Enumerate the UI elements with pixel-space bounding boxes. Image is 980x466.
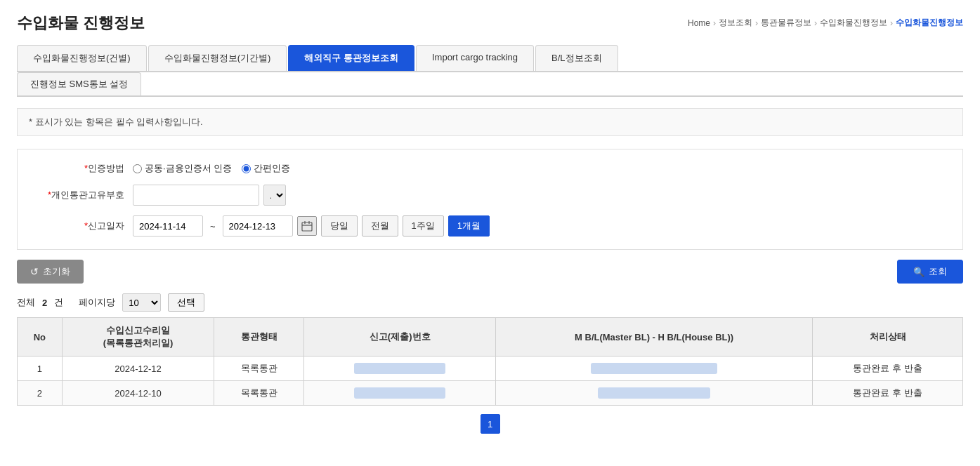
tab-import-cargo-tracking[interactable]: Import cargo tracking — [416, 45, 534, 71]
cell-declaration — [304, 381, 496, 406]
auth-radio-cert[interactable] — [133, 164, 142, 173]
col-type: 통관형태 — [214, 318, 304, 357]
quick-one-month-button[interactable]: 1개월 — [448, 215, 490, 237]
breadcrumb-current: 수입화물진행정보 — [896, 17, 963, 29]
total-unit: 건 — [54, 296, 63, 309]
personal-no-input[interactable] — [133, 185, 259, 206]
col-status: 처리상태 — [813, 318, 963, 357]
date-from-input[interactable] — [133, 215, 203, 237]
quick-prev-month-button[interactable]: 전월 — [362, 215, 398, 237]
cell-bl — [496, 381, 813, 406]
declaration-masked — [354, 387, 445, 399]
cell-type: 목록통관 — [214, 381, 304, 406]
bl-masked — [591, 363, 717, 374]
breadcrumb-import: 수입화물진행정보 — [820, 17, 887, 29]
calendar-icon — [301, 220, 313, 232]
auth-method-row: *인증방법 공동·금융인증서 인증 간편인증 — [34, 162, 946, 175]
page-header: 수입화물 진행정보 Home › 정보조회 › 통관물류정보 › 수입화물진행정… — [17, 13, 963, 34]
quick-today-button[interactable]: 당일 — [321, 215, 358, 237]
table-row: 2 2024-12-10 목록통관 통관완료 후 반출 — [18, 381, 963, 406]
cell-bl — [496, 357, 813, 381]
bl-masked — [598, 387, 710, 399]
reset-button[interactable]: ↺ 초기화 — [17, 260, 84, 284]
search-button[interactable]: 🔍 조회 — [897, 260, 963, 284]
info-notice: * 표시가 있는 항목은 필수 입력사항입니다. — [17, 108, 963, 136]
date-row: *신고일자 ~ 당일 전월 1주일 1개월 — [34, 215, 946, 237]
calendar-icon-button[interactable] — [297, 216, 317, 236]
auth-option-cert[interactable]: 공동·금융인증서 인증 — [133, 162, 232, 175]
table-row: 1 2024-12-12 목록통관 통관완료 후 반출 — [18, 357, 963, 381]
auth-radio-group: 공동·금융인증서 인증 간편인증 — [133, 162, 290, 175]
svg-rect-0 — [302, 222, 312, 231]
cell-status: 통관완료 후 반출 — [813, 381, 963, 406]
col-bl: M B/L(Master BL) - H B/L(House BL)) — [496, 318, 813, 357]
page-title: 수입화물 진행정보 — [17, 13, 145, 34]
tab-item-by-period[interactable]: 수입화물진행정보(기간별) — [148, 45, 287, 71]
cell-declaration — [304, 357, 496, 381]
auth-option-simple[interactable]: 간편인증 — [242, 162, 290, 175]
quick-one-week-button[interactable]: 1주일 — [403, 215, 444, 237]
date-label: *신고일자 — [34, 220, 133, 232]
personal-no-select[interactable]: . — [263, 185, 286, 206]
action-row: ↺ 초기화 🔍 조회 — [17, 260, 963, 284]
breadcrumb-customs: 통관물류정보 — [761, 17, 811, 29]
cell-status: 통관완료 후 반출 — [813, 357, 963, 381]
breadcrumb-info: 정보조회 — [719, 17, 752, 29]
table-body: 1 2024-12-12 목록통관 통관완료 후 반출 2 2024-12-10… — [18, 357, 963, 406]
results-info: 전체 2 건 페이지당 10 20 50 선택 — [17, 293, 963, 312]
total-count: 2 — [42, 298, 47, 308]
breadcrumb-home: Home — [688, 18, 710, 28]
tabs-row2: 진행정보 SMS통보 설정 — [17, 72, 963, 97]
col-declaration: 신고(제출)번호 — [304, 318, 496, 357]
personal-no-label: *개인통관고유부호 — [34, 189, 133, 201]
breadcrumb: Home › 정보조회 › 통관물류정보 › 수입화물진행정보 › 수입화물진행… — [688, 17, 963, 29]
col-date: 수입신고수리일(목록통관처리일) — [62, 318, 214, 357]
tabs-row1: 수입화물진행정보(건별) 수입화물진행정보(기간별) 해외직구 통관정보조회 I… — [17, 45, 963, 72]
cell-no: 2 — [18, 381, 63, 406]
personal-no-row: *개인통관고유부호 . — [34, 185, 946, 206]
col-no: No — [18, 318, 63, 357]
declaration-masked — [354, 363, 445, 374]
select-button[interactable]: 선택 — [168, 293, 204, 312]
data-table: No 수입신고수리일(목록통관처리일) 통관형태 신고(제출)번호 M B/L(… — [17, 317, 963, 406]
cell-date: 2024-12-12 — [62, 357, 214, 381]
auth-method-label: *인증방법 — [34, 162, 133, 175]
form-section: *인증방법 공동·금융인증서 인증 간편인증 *개인통관고유부호 — [17, 149, 963, 250]
auth-radio-simple[interactable] — [242, 164, 251, 173]
cell-date: 2024-12-10 — [62, 381, 214, 406]
pagination: 1 — [17, 414, 963, 434]
tab-bl-info[interactable]: B/L정보조회 — [535, 45, 618, 71]
tab-overseas-customs[interactable]: 해외직구 통관정보조회 — [288, 45, 414, 71]
page-1-button[interactable]: 1 — [481, 414, 500, 434]
table-head: No 수입신고수리일(목록통관처리일) 통관형태 신고(제출)번호 M B/L(… — [18, 318, 963, 357]
cell-no: 1 — [18, 357, 63, 381]
date-to-input[interactable] — [223, 215, 293, 237]
reset-icon: ↺ — [30, 266, 39, 277]
tab-sms-setting[interactable]: 진행정보 SMS통보 설정 — [17, 72, 141, 95]
total-label: 전체 — [17, 296, 35, 309]
tab-item-by-case[interactable]: 수입화물진행정보(건별) — [17, 45, 147, 71]
search-icon: 🔍 — [913, 267, 925, 277]
cell-type: 목록통관 — [214, 357, 304, 381]
per-page-select[interactable]: 10 20 50 — [122, 293, 161, 312]
